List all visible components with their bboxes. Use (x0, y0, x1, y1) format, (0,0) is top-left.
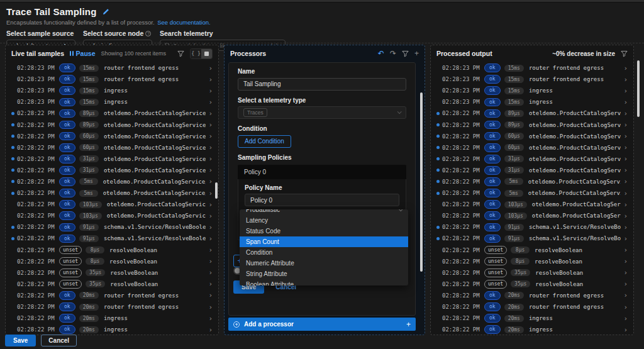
sampled-dot-indicator (11, 226, 14, 229)
dropdown-option-span-count[interactable]: Span Count (240, 236, 408, 247)
telemetry-row[interactable]: 02:28:22 PMok89µsoteldemo.ProductCatalog… (6, 119, 218, 130)
telemetry-row[interactable]: 02:28:22 PMok20msingress› (6, 313, 218, 324)
duration-badge: 20ms (504, 326, 524, 333)
telemetry-row[interactable]: 02:28:22 PMok103µsoteldemo.ProductCatalo… (431, 199, 633, 210)
policy-name-input[interactable] (245, 194, 399, 206)
dropdown-option-string-attribute[interactable]: String Attribute (240, 269, 408, 279)
telemetry-row[interactable]: 02:28:22 PMok20msrouter frontend egress› (431, 290, 633, 301)
telemetry-row[interactable]: 02:28:22 PMunset8µsresolveBoolean› (6, 245, 218, 256)
edit-title-icon[interactable] (102, 8, 109, 16)
telemetry-row[interactable]: 02:28:23 PMok15msrouter frontend egress› (6, 62, 218, 74)
json-view-button[interactable]: { } (191, 49, 201, 58)
save-button[interactable]: Save (5, 335, 36, 346)
filter-icon[interactable] (402, 50, 409, 57)
add-condition-button[interactable]: Add Condition (238, 135, 291, 148)
telemetry-row[interactable]: 02:28:22 PMok60µsoteldemo.ProductCatalog… (431, 142, 633, 153)
pause-button[interactable]: Pause (70, 50, 95, 57)
telemetry-row[interactable]: 02:28:22 PMok103µsoteldemo.ProductCatalo… (431, 210, 633, 221)
live-tail-panel: Live tail samples Pause Showing 100 rece… (5, 45, 219, 335)
duration-badge: 15ms (504, 99, 524, 106)
telemetry-row[interactable]: 02:28:22 PMok89µsoteldemo.ProductCatalog… (431, 108, 633, 119)
telemetry-row[interactable]: 02:28:22 PMunset8µsresolveBoolean› (6, 256, 218, 267)
telemetry-row[interactable]: 02:28:22 PMok89µsoteldemo.ProductCatalog… (431, 119, 633, 130)
telemetry-row[interactable]: 02:28:23 PMok15msingress› (431, 96, 633, 108)
processed-panel-scrollbar[interactable] (637, 60, 640, 117)
span-name: resolveBoolean (535, 247, 582, 253)
span-name: oteldemo.ProductCatalogService/GetProduc… (104, 145, 206, 151)
span-name: resolveBoolean (535, 258, 582, 265)
telemetry-row[interactable]: 02:28:22 PMok20msrouter frontend egress› (431, 301, 633, 313)
dropdown-option-probabilistic[interactable]: Probabilistic (240, 209, 408, 215)
telemetry-row[interactable]: 02:28:22 PMok91µsschema.v1.Service/Resol… (431, 233, 633, 244)
row-timestamp: 02:28:22 PM (442, 213, 484, 219)
telemetry-row[interactable]: 02:28:22 PMok60µsoteldemo.ProductCatalog… (431, 131, 633, 142)
telemetry-row[interactable]: 02:28:22 PMok31µsoteldemo.ProductCatalog… (6, 153, 218, 165)
chevron-down-icon (399, 209, 403, 211)
telemetry-row[interactable]: 02:28:22 PMok31µsoteldemo.ProductCatalog… (431, 153, 633, 165)
telemetry-row[interactable]: 02:28:22 PMok20msingress› (431, 313, 633, 324)
telemetry-row[interactable]: 02:28:22 PMok31µsoteldemo.ProductCatalog… (431, 165, 633, 176)
list-view-button[interactable] (201, 49, 212, 58)
status-badge: unset (484, 280, 507, 289)
telemetry-row[interactable]: 02:28:23 PMok15msingress› (431, 85, 633, 96)
dropdown-option-label: Probabilistic (246, 209, 280, 213)
span-name: resolveBoolean (110, 281, 158, 287)
chevron-right-icon: › (621, 65, 628, 72)
row-timestamp: 02:28:22 PM (442, 167, 484, 174)
telemetry-row[interactable]: 02:28:23 PMok15msrouter frontend egress› (431, 62, 633, 74)
telemetry-row[interactable]: 02:28:23 PMok15msingress› (6, 85, 218, 96)
telemetry-row[interactable]: 02:28:23 PMok15msrouter frontend egress› (6, 74, 218, 85)
telemetry-row[interactable]: 02:28:22 PMunset8µsresolveBoolean› (431, 256, 633, 267)
telemetry-row[interactable]: 02:28:22 PMok91µsschema.v1.Service/Resol… (431, 221, 633, 233)
telemetry-row[interactable]: 02:28:22 PMok20msrouter frontend egress› (6, 290, 218, 301)
telemetry-row[interactable]: 02:28:22 PMunset35µsresolveBoolean› (6, 279, 218, 290)
live-panel-scrollbar[interactable] (215, 182, 218, 199)
telemetry-row[interactable]: 02:28:22 PMok31µsoteldemo.ProductCatalog… (6, 165, 218, 176)
telemetry-row[interactable]: 02:28:22 PMunset35µsresolveBoolean› (431, 267, 633, 279)
duration-badge: 20ms (504, 304, 524, 311)
telemetry-row[interactable]: 02:28:22 PMok20msingress› (431, 324, 633, 334)
telemetry-row[interactable]: 02:28:22 PMunset35µsresolveBoolean› (6, 267, 218, 279)
dropdown-option-condition[interactable]: Condition (240, 247, 408, 258)
telemetry-row[interactable]: 02:28:22 PMok60µsoteldemo.ProductCatalog… (6, 131, 218, 142)
telemetry-row[interactable]: 02:28:22 PMok89µsoteldemo.ProductCatalog… (6, 108, 218, 119)
telemetry-row[interactable]: 02:28:22 PMok91µsschema.v1.Service/Resol… (6, 233, 218, 244)
page-subtitle: Encapsulates functionality defined by a … (6, 19, 155, 26)
telemetry-row[interactable]: 02:28:22 PMok60µsoteldemo.ProductCatalog… (6, 142, 218, 153)
telemetry-row[interactable]: 02:28:22 PMok20msrouter frontend egress› (6, 301, 218, 313)
redo-icon[interactable]: ↷ (390, 50, 396, 57)
telemetry-row[interactable]: 02:28:23 PMok15msrouter frontend egress› (431, 74, 633, 85)
telemetry-row[interactable]: 02:28:22 PMunset35µsresolveBoolean› (431, 279, 633, 290)
main-content: Live tail samples Pause Showing 100 rece… (0, 43, 644, 335)
dropdown-option-numeric-attribute[interactable]: Numeric Attribute (240, 258, 408, 269)
add-processor-bar[interactable]: Add a processor + (228, 318, 416, 331)
telemetry-row[interactable]: 02:28:22 PMok20msingress› (6, 324, 218, 334)
telemetry-row[interactable]: 02:28:22 PMok5msoteldemo.ProductCatalogS… (6, 187, 218, 199)
cancel-button[interactable]: Cancel (41, 335, 77, 346)
doc-link[interactable]: See documentation. (157, 19, 211, 26)
dropdown-option-latency[interactable]: Latency (240, 215, 408, 226)
duration-badge: 91µs (79, 224, 99, 231)
policy-name-label: Policy Name (245, 184, 399, 191)
policy-card-header[interactable]: Policy 0 (238, 165, 406, 179)
telemetry-row[interactable]: 02:28:22 PMok103µsoteldemo.ProductCatalo… (6, 199, 218, 210)
dropdown-option-boolean-attribute[interactable]: Boolean Attribute (240, 279, 408, 285)
telemetry-row[interactable]: 02:28:22 PMok5msoteldemo.ProductCatalogS… (431, 187, 633, 199)
processors-scrollbar[interactable] (420, 92, 423, 272)
telemetry-row[interactable]: 02:28:22 PMok91µsschema.v1.Service/Resol… (6, 221, 218, 233)
dropdown-option-status-code[interactable]: Status Code (240, 226, 408, 236)
undo-icon[interactable]: ↶ (378, 50, 384, 57)
row-timestamp: 02:28:23 PM (442, 76, 484, 82)
telemetry-row[interactable]: 02:28:23 PMok15msingress› (6, 96, 218, 108)
span-name: oteldemo.ProductCatalogService/ListProdu… (107, 201, 206, 208)
filter-icon[interactable] (177, 50, 184, 57)
telemetry-row[interactable]: 02:28:22 PMok103µsoteldemo.ProductCatalo… (6, 210, 218, 221)
processor-name-input[interactable] (238, 78, 406, 91)
telemetry-row[interactable]: 02:28:22 PMok5msoteldemo.ProductCatalogS… (431, 176, 633, 187)
row-timestamp: 02:28:22 PM (17, 247, 59, 253)
chevron-right-icon: › (621, 110, 628, 117)
telemetry-row[interactable]: 02:28:22 PMunset8µsresolveBoolean› (431, 245, 633, 256)
filter-icon[interactable] (621, 50, 628, 57)
add-icon[interactable]: + (414, 50, 419, 57)
telemetry-row[interactable]: 02:28:22 PMok5msoteldemo.ProductCatalogS… (6, 176, 218, 187)
